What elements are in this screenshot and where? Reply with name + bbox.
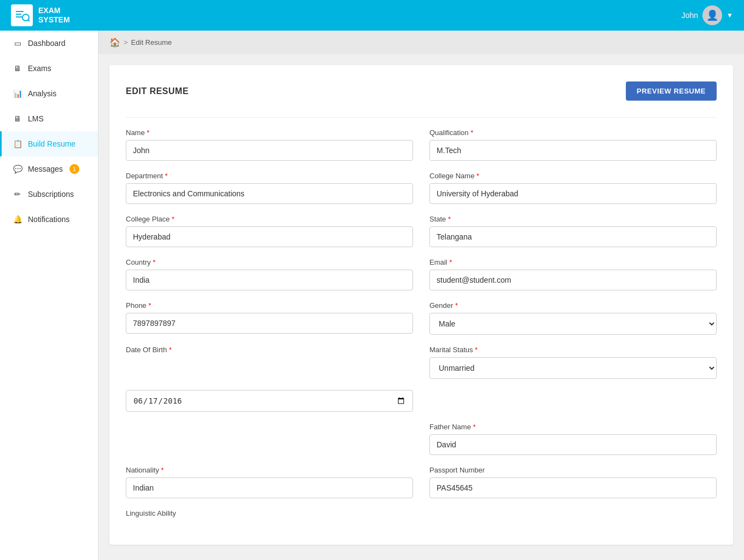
marital-status-group: Marital Status * Unmarried Married Divor… <box>429 346 717 412</box>
father-name-input[interactable] <box>429 434 717 455</box>
form-row-country-email: Country * Email * <box>126 258 717 290</box>
sidebar-label-notifications: Notifications <box>28 215 69 224</box>
notifications-icon: 🔔 <box>13 214 22 224</box>
department-label: Department * <box>126 172 413 180</box>
form-row-dob-marital: Date Of Birth * Marital Status * Unmarri… <box>126 346 717 412</box>
sidebar-item-exams[interactable]: 🖥 Exams <box>0 56 98 81</box>
name-required: * <box>145 129 150 137</box>
nationality-group: Nationality * <box>126 466 413 498</box>
phone-group: Phone * <box>126 301 413 335</box>
country-label: Country * <box>126 258 413 266</box>
dob-label: Date Of Birth * <box>126 346 413 354</box>
sidebar-label-analysis: Analysis <box>28 89 56 98</box>
department-input[interactable] <box>126 183 413 204</box>
sidebar-label-build-resume: Build Resume <box>28 139 75 148</box>
father-name-group: Father Name * <box>429 423 717 455</box>
passport-group: Passport Number <box>429 466 717 498</box>
college-name-required: * <box>474 172 479 180</box>
phone-input[interactable] <box>126 313 413 334</box>
state-input[interactable] <box>429 226 717 247</box>
marital-status-select[interactable]: Unmarried Married Divorced <box>429 357 717 379</box>
sidebar-item-analysis[interactable]: 📊 Analysis <box>0 81 98 106</box>
sidebar-item-build-resume[interactable]: 📋 Build Resume <box>0 131 98 156</box>
logo-text: EXAM SYSTEM <box>38 6 70 25</box>
college-name-label: College Name * <box>429 172 717 180</box>
sidebar-item-dashboard[interactable]: ▭ Dashboard <box>0 31 98 56</box>
svg-rect-1 <box>16 11 24 12</box>
email-input[interactable] <box>429 270 717 290</box>
breadcrumb: 🏠 > Edit Resume <box>98 31 744 54</box>
father-name-label: Father Name * <box>429 423 717 431</box>
avatar: 👤 <box>702 5 722 25</box>
college-place-label: College Place * <box>126 215 413 223</box>
gender-label: Gender * <box>429 301 717 310</box>
gender-group: Gender * Male Female Other <box>429 301 717 335</box>
qualification-group: Qualification * <box>429 129 717 161</box>
dashboard-icon: ▭ <box>13 38 22 48</box>
marital-status-label: Marital Status * <box>429 346 717 354</box>
college-place-group: College Place * <box>126 215 413 247</box>
phone-label: Phone * <box>126 301 413 310</box>
nationality-input[interactable] <box>126 477 413 498</box>
college-name-input[interactable] <box>429 183 717 204</box>
sidebar-label-subscriptions: Subscriptions <box>28 190 74 199</box>
form-row-nationality-father: Father Name * <box>126 423 717 455</box>
breadcrumb-separator: > <box>124 38 128 46</box>
page-title: EDIT RESUME <box>126 86 189 96</box>
logo: EXAM SYSTEM <box>11 4 70 26</box>
form-row-place-state: College Place * State * <box>126 215 717 247</box>
gender-required: * <box>453 301 458 310</box>
country-input[interactable] <box>126 270 413 290</box>
state-label: State * <box>429 215 717 223</box>
svg-rect-3 <box>16 16 22 18</box>
main-content: 🏠 > Edit Resume EDIT RESUME PREVIEW RESU… <box>98 31 744 560</box>
sidebar-item-notifications[interactable]: 🔔 Notifications <box>0 207 98 232</box>
name-group: Name * <box>126 129 413 161</box>
state-required: * <box>446 215 451 223</box>
content-area: EDIT RESUME PREVIEW RESUME Name * Quali <box>98 54 744 556</box>
sidebar-label-dashboard: Dashboard <box>28 39 66 48</box>
country-group: Country * <box>126 258 413 290</box>
email-label: Email * <box>429 258 717 266</box>
sidebar-item-messages[interactable]: 💬 Messages 1 <box>0 156 98 182</box>
home-icon[interactable]: 🏠 <box>109 37 120 48</box>
department-required: * <box>163 172 168 180</box>
dob-input[interactable] <box>126 390 413 412</box>
email-required: * <box>447 258 452 266</box>
college-name-group: College Name * <box>429 172 717 204</box>
form-row-name-qualification: Name * Qualification * <box>126 129 717 161</box>
qualification-label: Qualification * <box>429 129 717 137</box>
edit-resume-card: EDIT RESUME PREVIEW RESUME Name * Quali <box>109 65 733 545</box>
analysis-icon: 📊 <box>13 89 22 98</box>
lms-icon: 🖥 <box>13 114 22 124</box>
breadcrumb-current: Edit Resume <box>131 38 172 46</box>
form-row-linguistic: Linguistic Ability <box>126 509 717 517</box>
email-group: Email * <box>429 258 717 290</box>
sidebar-item-subscriptions[interactable]: ✏ Subscriptions <box>0 182 98 207</box>
sidebar-item-lms[interactable]: 🖥 LMS <box>0 106 98 131</box>
name-input[interactable] <box>126 140 413 161</box>
subscriptions-icon: ✏ <box>13 189 22 199</box>
college-place-input[interactable] <box>126 226 413 247</box>
username-label: John <box>682 11 698 20</box>
preview-resume-button[interactable]: PREVIEW RESUME <box>626 81 717 101</box>
dob-required: * <box>167 346 172 354</box>
phone-required: * <box>147 301 152 310</box>
chevron-down-icon: ▼ <box>726 11 733 19</box>
state-group: State * <box>429 215 717 247</box>
messages-icon: 💬 <box>13 164 22 174</box>
linguistic-group: Linguistic Ability <box>126 509 717 517</box>
messages-badge: 1 <box>69 164 79 174</box>
qualification-input[interactable] <box>429 140 717 161</box>
marital-status-required: * <box>473 346 478 354</box>
sidebar-label-exams: Exams <box>28 64 51 73</box>
divider <box>126 117 717 118</box>
passport-label: Passport Number <box>429 466 717 474</box>
country-required: * <box>151 258 156 266</box>
exams-icon: 🖥 <box>13 63 22 73</box>
gender-select[interactable]: Male Female Other <box>429 313 717 335</box>
user-menu[interactable]: John 👤 ▼ <box>682 5 733 25</box>
logo-icon <box>11 4 33 26</box>
passport-input[interactable] <box>429 477 717 498</box>
card-header: EDIT RESUME PREVIEW RESUME <box>126 81 717 101</box>
